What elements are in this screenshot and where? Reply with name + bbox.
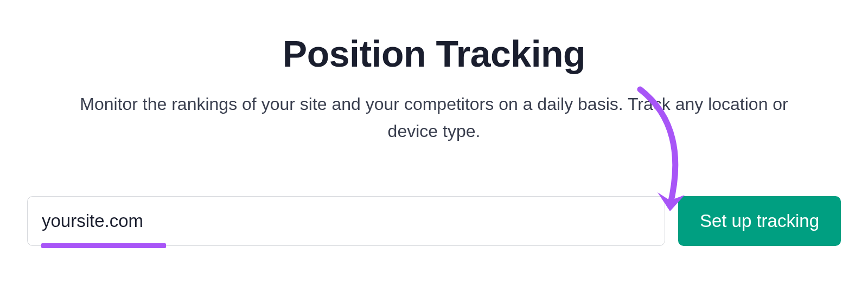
tracking-form-row: Set up tracking: [22, 196, 846, 246]
domain-input[interactable]: [27, 196, 665, 246]
setup-tracking-button[interactable]: Set up tracking: [678, 196, 841, 246]
annotation-underline: [41, 243, 166, 248]
page-subtitle: Monitor the rankings of your site and yo…: [54, 91, 814, 145]
position-tracking-hero: Position Tracking Monitor the rankings o…: [22, 33, 846, 246]
page-title: Position Tracking: [283, 33, 585, 75]
domain-input-wrapper: [27, 196, 665, 246]
